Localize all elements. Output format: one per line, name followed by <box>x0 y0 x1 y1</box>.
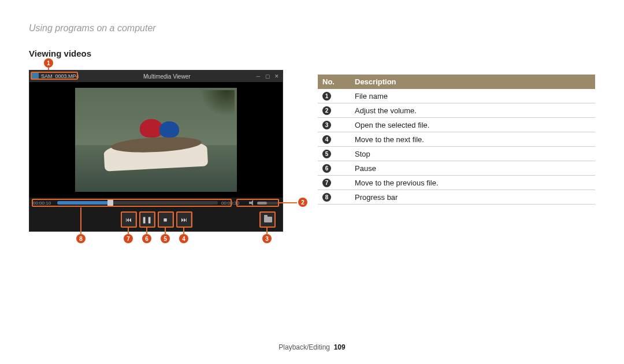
footer-section: Playback/Editing <box>278 343 330 351</box>
table-row: 2Adjust the volume. <box>318 103 595 118</box>
video-viewport <box>29 82 283 198</box>
time-total: 00:00:30 <box>221 200 242 206</box>
maximize-icon[interactable]: ▢ <box>264 73 271 80</box>
progress-row: 00:00:10 00:00:30 <box>29 198 283 208</box>
volume-track[interactable] <box>257 202 279 205</box>
skip-forward-icon: ⏭ <box>181 216 187 223</box>
previous-button[interactable]: ⏮ <box>121 212 136 227</box>
close-icon[interactable]: ✕ <box>273 73 280 80</box>
page-number: 109 <box>334 343 346 351</box>
folder-icon <box>264 217 272 222</box>
volume-control[interactable] <box>249 200 279 206</box>
skip-back-icon: ⏮ <box>125 216 132 223</box>
table-row: 1File name <box>318 89 595 103</box>
window-title: Multimedia Viewer <box>79 73 255 80</box>
callout-3: 3 <box>262 234 272 243</box>
table-row: 3Open the selected file. <box>318 118 595 132</box>
description-table: No. Description 1File name 2Adjust the v… <box>318 75 595 205</box>
titlebar: SAM_0003.MP4 Multimedia Viewer ─ ▢ ✕ <box>29 70 283 82</box>
open-file-button[interactable] <box>261 212 276 227</box>
callout-5: 5 <box>161 234 170 243</box>
callout-2: 2 <box>298 198 307 207</box>
media-player: SAM_0003.MP4 Multimedia Viewer ─ ▢ ✕ <box>29 70 283 232</box>
callout-6: 6 <box>142 234 151 243</box>
volume-icon <box>249 200 255 206</box>
callout-4: 4 <box>179 234 188 243</box>
annotated-screenshot: 1 SAM_0003.MP4 Multimedia Viewer ─ ▢ ✕ <box>29 70 283 232</box>
table-row: 6Pause <box>318 161 595 176</box>
page-footer: Playback/Editing 109 <box>0 343 624 351</box>
pause-button[interactable]: ❚❚ <box>139 212 154 227</box>
app-icon <box>32 73 39 80</box>
stop-icon: ■ <box>164 216 168 223</box>
filename-label: SAM_0003.MP4 <box>41 73 79 79</box>
table-row: 8Progress bar <box>318 190 595 205</box>
progress-bar[interactable] <box>57 201 218 205</box>
pause-icon: ❚❚ <box>142 216 152 224</box>
table-row: 7Move to the previous file. <box>318 176 595 190</box>
controls-row: ⏮ ❚❚ ■ ⏭ <box>29 208 283 231</box>
callout-8: 8 <box>76 234 86 243</box>
stop-button[interactable]: ■ <box>158 212 173 227</box>
progress-thumb[interactable] <box>107 199 113 206</box>
callout-7: 7 <box>124 234 133 243</box>
minimize-icon[interactable]: ─ <box>255 73 262 80</box>
table-row: 4Move to the next file. <box>318 132 595 147</box>
table-row: 5Stop <box>318 147 595 161</box>
callout-1: 1 <box>44 58 53 68</box>
next-button[interactable]: ⏭ <box>176 212 191 227</box>
time-elapsed: 00:00:10 <box>33 200 54 206</box>
col-no: No. <box>318 75 350 89</box>
video-frame <box>75 88 237 192</box>
section-title: Viewing videos <box>29 49 595 58</box>
breadcrumb: Using programs on a computer <box>29 23 595 34</box>
col-desc: Description <box>350 75 595 89</box>
